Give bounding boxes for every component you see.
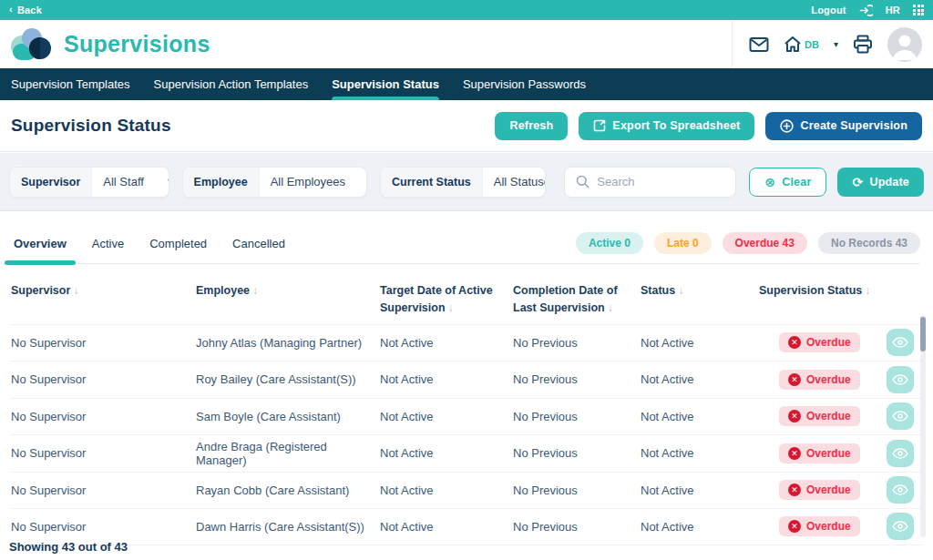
search-box [564, 167, 736, 198]
cell-target-date: Not Active [380, 410, 513, 423]
home-button[interactable]: DB [784, 36, 819, 53]
back-chevron-icon: ‹ [9, 4, 13, 15]
supervisor-filter-select[interactable]: All Staff [92, 168, 169, 197]
cell-target-date: Not Active [380, 484, 513, 497]
clear-icon: ⊗ [764, 176, 775, 188]
cell-target-date: Not Active [380, 336, 513, 350]
caret-down-icon[interactable]: ▾ [834, 39, 838, 49]
view-button[interactable] [887, 329, 914, 356]
logout-icon[interactable] [859, 4, 873, 17]
employee-filter: Employee All Employees [182, 167, 367, 198]
cell-completion-date: No Previous [513, 410, 641, 423]
page-title-row: Supervision Status Refresh Export To Spr… [0, 100, 933, 152]
app-logo [11, 27, 53, 62]
cell-employee: Andre Braga (Registered Manager) [196, 440, 380, 467]
cell-employee: Rayan Cobb (Care Assistant) [196, 484, 380, 497]
hr-module-label[interactable]: HR [886, 5, 900, 15]
current-status-filter-select[interactable]: All Statuses [483, 168, 546, 197]
col-completion-date: Completion Date of Last Supervision↓ [513, 282, 641, 317]
employee-filter-select[interactable]: All Employees [260, 168, 367, 197]
scrollbar-thumb[interactable] [920, 317, 926, 351]
cell-status: Not Active [641, 520, 759, 534]
chevron-down-icon [168, 178, 169, 186]
cell-status: Not Active [641, 336, 759, 350]
table-scrollbar[interactable] [920, 315, 926, 537]
user-avatar[interactable] [887, 27, 922, 62]
nav-supervision-passwords[interactable]: Supervision Passwords [463, 68, 586, 100]
sort-icon[interactable]: ↓ [252, 284, 258, 297]
search-input[interactable] [597, 175, 724, 188]
table-row: No Supervisor Johny Atlas (Managing Part… [11, 324, 922, 361]
overdue-status-badge: ✕Overdue [779, 406, 860, 426]
print-icon[interactable] [853, 35, 873, 54]
table-row: No Supervisor Dawn Harris (Care Assistan… [11, 508, 922, 545]
sort-icon[interactable]: ↓ [448, 301, 454, 314]
clear-button[interactable]: ⊗ Clear [749, 168, 826, 197]
module-nav: Supervision Templates Supervision Action… [0, 68, 933, 100]
supervisor-filter: Supervisor All Staff [9, 167, 169, 198]
current-status-filter-label: Current Status [381, 168, 483, 197]
cell-status: Not Active [641, 372, 759, 386]
cell-completion-date: No Previous [513, 336, 641, 350]
tab-active[interactable]: Active [92, 223, 124, 263]
export-button[interactable]: Export To Spreadsheet [579, 112, 754, 140]
x-circle-icon: ✕ [788, 447, 801, 460]
tab-completed[interactable]: Completed [149, 223, 207, 263]
badge-active[interactable]: Active 0 [576, 232, 643, 254]
view-button[interactable] [887, 366, 914, 393]
nav-supervision-action-templates[interactable]: Supervision Action Templates [154, 68, 309, 100]
table-header-row: Supervisor↓ Employee↓ Target Date of Act… [11, 273, 922, 324]
cell-target-date: Not Active [380, 520, 513, 534]
badge-overdue[interactable]: Overdue 43 [723, 232, 807, 254]
current-status-filter: Current Status All Statuses [380, 167, 546, 198]
x-circle-icon: ✕ [788, 410, 801, 423]
col-employee: Employee↓ [196, 282, 380, 300]
app-title: Supervisions [64, 31, 210, 57]
view-button[interactable] [887, 476, 914, 504]
sort-icon[interactable]: ↓ [678, 284, 683, 297]
apps-grid-icon[interactable] [913, 5, 924, 15]
logout-button[interactable]: Logout [811, 5, 846, 15]
results-summary: Showing 43 out of 43 [9, 540, 128, 554]
sort-icon[interactable]: ↓ [73, 284, 78, 297]
col-target-date: Target Date of Active Supervision↓ [380, 282, 513, 317]
cell-supervisor: No Supervisor [11, 484, 196, 497]
tab-overview[interactable]: Overview [14, 223, 67, 263]
cell-completion-date: No Previous [513, 520, 641, 534]
cell-completion-date: No Previous [513, 484, 641, 497]
page-title: Supervision Status [11, 116, 171, 136]
update-icon: ⟳ [852, 176, 863, 188]
cell-employee: Roy Bailey (Care Assistant(S)) [196, 372, 380, 386]
nav-supervision-templates[interactable]: Supervision Templates [11, 68, 130, 100]
content-panel: Overview Active Completed Cancelled Acti… [0, 211, 933, 560]
create-supervision-button[interactable]: Create Supervision [765, 112, 922, 140]
x-circle-icon: ✕ [788, 373, 801, 386]
update-button[interactable]: ⟳ Update [837, 168, 924, 197]
cell-employee: Johny Atlas (Managing Partner) [196, 336, 380, 350]
cell-status: Not Active [641, 484, 759, 497]
badge-late[interactable]: Late 0 [654, 232, 712, 254]
table-row: No Supervisor Roy Bailey (Care Assistant… [11, 361, 922, 398]
badge-no-records[interactable]: No Records 43 [818, 232, 920, 254]
supervisor-filter-label: Supervisor [10, 168, 92, 197]
nav-supervision-status[interactable]: Supervision Status [332, 68, 439, 100]
view-button[interactable] [887, 440, 914, 467]
messages-icon[interactable] [749, 36, 769, 53]
overdue-status-badge: ✕Overdue [779, 370, 860, 390]
tab-cancelled[interactable]: Cancelled [232, 223, 285, 263]
sort-icon[interactable]: ↓ [865, 284, 870, 297]
employee-filter-label: Employee [183, 168, 260, 197]
search-icon [576, 175, 590, 188]
overdue-status-badge: ✕Overdue [779, 443, 860, 463]
cell-completion-date: No Previous [513, 372, 641, 386]
home-context-label: DB [805, 39, 819, 50]
back-button[interactable]: Back [17, 5, 42, 15]
cell-supervisor: No Supervisor [11, 520, 196, 534]
sort-icon[interactable]: ↓ [608, 301, 613, 314]
view-button[interactable] [887, 402, 914, 430]
cell-status: Not Active [641, 410, 759, 423]
table-row: No Supervisor Andre Braga (Registered Ma… [11, 434, 922, 472]
refresh-button[interactable]: Refresh [495, 112, 568, 140]
view-button[interactable] [887, 513, 914, 540]
x-circle-icon: ✕ [788, 336, 801, 349]
